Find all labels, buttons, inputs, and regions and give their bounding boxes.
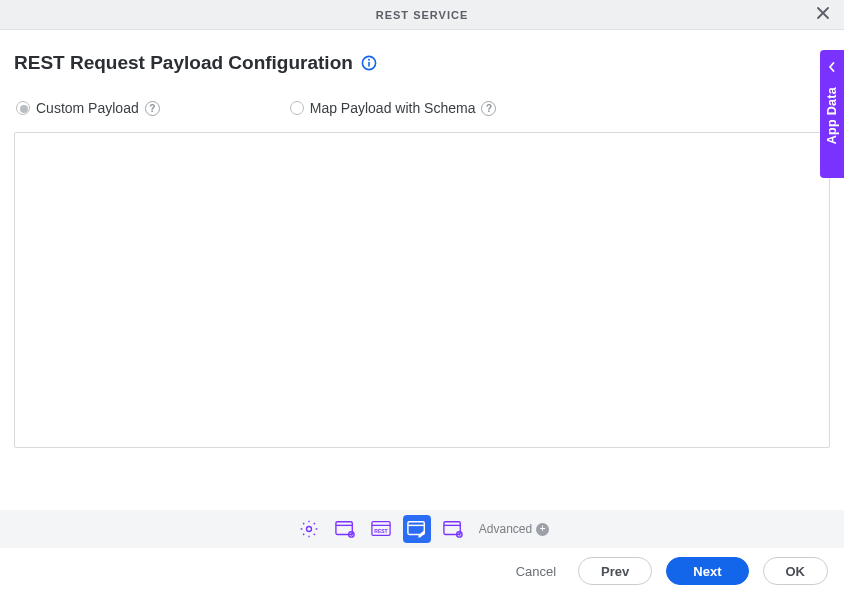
radio-icon [16,101,30,115]
svg-text:REST: REST [374,528,387,534]
info-icon[interactable] [361,55,377,71]
page-title-row: REST Request Payload Configuration [14,52,830,74]
plus-circle-icon: + [536,523,549,536]
window-edit-icon [406,519,428,539]
map-schema-radio[interactable]: Map Payload with Schema ? [290,100,497,116]
wizard-stepper: REST Advanced + [0,510,844,548]
close-button[interactable] [812,4,834,25]
prev-button[interactable]: Prev [578,557,652,585]
cancel-button[interactable]: Cancel [508,557,564,585]
chevron-left-icon [827,60,837,75]
close-icon [816,6,830,20]
dialog-title: REST SERVICE [376,9,469,21]
dialog-button-bar: Cancel Prev Next OK [0,548,844,594]
gear-icon [299,519,319,539]
radio-label: Map Payload with Schema [310,100,476,116]
payload-mode-radio-group: Custom Payload ? Map Payload with Schema… [16,100,830,116]
svg-point-1 [368,59,370,61]
side-tab-label: App Data [825,87,839,144]
app-data-side-tab[interactable]: App Data [820,50,844,178]
payload-textarea[interactable] [14,132,830,448]
radio-icon [290,101,304,115]
page-title: REST Request Payload Configuration [14,52,353,74]
advanced-link[interactable]: Advanced + [479,522,549,536]
content-area: REST Request Payload Configuration Custo… [0,30,844,510]
window-out-icon [334,519,356,539]
dialog-header: REST SERVICE [0,0,844,30]
step-payload-current[interactable] [403,515,431,543]
advanced-label: Advanced [479,522,532,536]
step-request[interactable] [331,515,359,543]
rest-window-icon: REST [370,519,392,539]
ok-button[interactable]: OK [763,557,829,585]
step-rest[interactable]: REST [367,515,395,543]
step-schedule[interactable] [439,515,467,543]
next-button[interactable]: Next [666,557,748,585]
custom-payload-radio[interactable]: Custom Payload ? [16,100,160,116]
radio-label: Custom Payload [36,100,139,116]
step-settings[interactable] [295,515,323,543]
help-icon[interactable]: ? [481,101,496,116]
svg-point-3 [306,527,311,532]
window-clock-icon [442,519,464,539]
help-icon[interactable]: ? [145,101,160,116]
svg-rect-2 [368,62,370,67]
